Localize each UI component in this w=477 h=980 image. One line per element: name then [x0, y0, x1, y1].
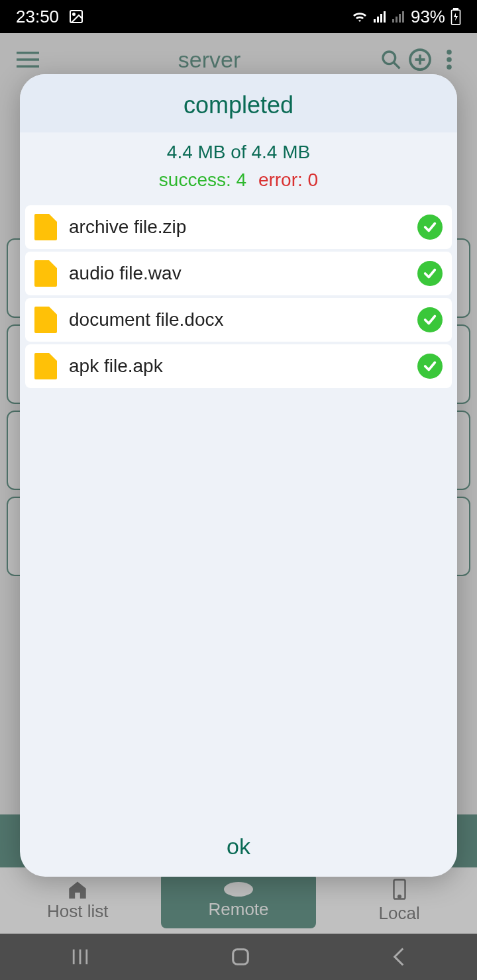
file-row[interactable]: audio file.wav — [25, 252, 452, 295]
svg-rect-5 — [384, 11, 386, 23]
file-row[interactable]: document file.docx — [25, 298, 452, 342]
ok-button[interactable]: ok — [20, 816, 457, 877]
svg-rect-8 — [399, 14, 401, 23]
svg-rect-4 — [380, 14, 382, 23]
svg-rect-7 — [396, 17, 398, 23]
svg-rect-3 — [377, 17, 379, 23]
transfer-size: 4.4 MB of 4.4 MB — [20, 132, 457, 166]
check-icon — [417, 307, 443, 332]
check-icon — [417, 354, 443, 379]
success-label: success: — [159, 170, 237, 190]
error-count: 0 — [308, 170, 319, 190]
check-icon — [417, 215, 443, 240]
file-row[interactable]: archive file.zip — [25, 205, 452, 249]
image-icon — [68, 9, 84, 24]
battery-icon — [450, 8, 461, 25]
svg-rect-2 — [374, 19, 376, 23]
dialog-title: completed — [20, 74, 457, 132]
success-count: 4 — [237, 170, 247, 190]
svg-rect-6 — [392, 19, 394, 23]
svg-rect-9 — [402, 11, 404, 23]
file-icon — [34, 260, 57, 287]
wifi-icon — [351, 10, 368, 23]
file-name: archive file.zip — [69, 217, 405, 238]
signal-icon — [374, 11, 387, 23]
file-list: archive file.zipaudio file.wavdocument f… — [20, 200, 457, 816]
file-name: audio file.wav — [69, 263, 405, 284]
file-icon — [34, 214, 57, 240]
completed-dialog: completed 4.4 MB of 4.4 MB success: 4 er… — [20, 74, 457, 877]
error-label: error: — [258, 170, 308, 190]
battery-text: 93% — [411, 7, 445, 27]
svg-rect-11 — [454, 8, 458, 10]
signal-weak-icon — [392, 11, 405, 23]
file-name: document file.docx — [69, 309, 405, 330]
transfer-counts: success: 4 error: 0 — [20, 166, 457, 200]
status-time: 23:50 — [16, 7, 59, 27]
file-name: apk file.apk — [69, 356, 405, 377]
file-icon — [34, 353, 57, 379]
file-icon — [34, 307, 57, 333]
check-icon — [417, 261, 443, 286]
status-bar: 23:50 93% — [0, 0, 477, 33]
file-row[interactable]: apk file.apk — [25, 344, 452, 388]
svg-point-1 — [73, 13, 75, 15]
